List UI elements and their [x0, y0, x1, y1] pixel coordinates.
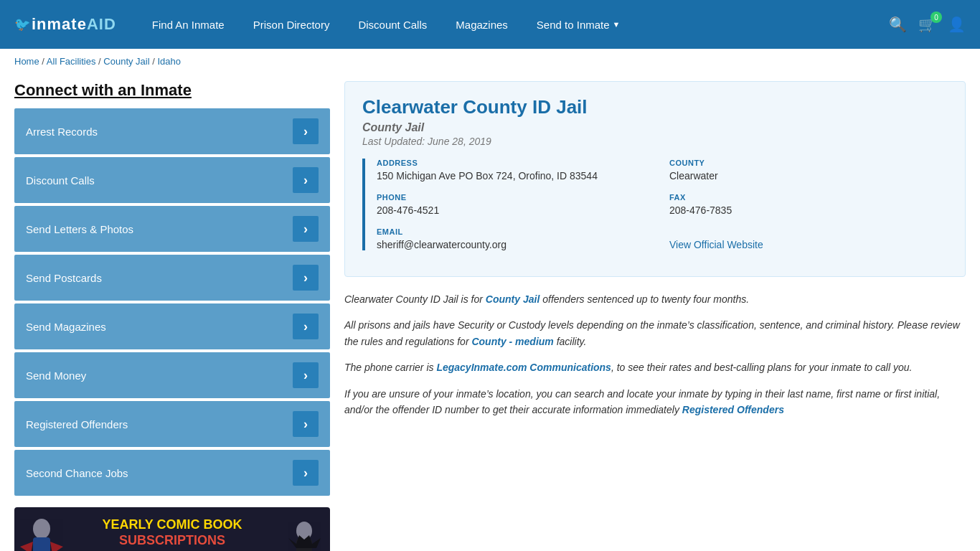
county-medium-link[interactable]: County - medium [471, 336, 553, 347]
sidebar-item-label: Send Postcards [26, 272, 102, 284]
main-nav: Find An Inmate Prison Directory Discount… [138, 0, 889, 49]
fax-block: FAX 208-476-7835 [669, 193, 948, 216]
ad-banner-content: YEARLY COMIC BOOK SUBSCRIPTIONS STARTING… [68, 510, 277, 551]
desc-para3: The phone carrier is LegacyInmate.com Co… [344, 359, 966, 375]
cart-badge: 0 [930, 11, 942, 23]
sidebar-item-discount-calls[interactable]: Discount Calls › [14, 157, 330, 203]
county-jail-link[interactable]: County Jail [486, 293, 540, 305]
svg-point-0 [33, 519, 50, 539]
sidebar-item-registered-offenders[interactable]: Registered Offenders › [14, 401, 330, 447]
sidebar-item-arrest-records[interactable]: Arrest Records › [14, 108, 330, 154]
cart-icon[interactable]: 🛒 0 [918, 16, 936, 33]
ad-title-line2: SUBSCRIPTIONS [75, 533, 270, 549]
breadcrumb: Home / All Facilities / County Jail / Id… [0, 49, 980, 74]
chevron-right-icon: › [293, 460, 319, 486]
view-official-website-link[interactable]: View Official Website [669, 239, 763, 250]
sidebar-item-send-postcards[interactable]: Send Postcards › [14, 255, 330, 301]
main-layout: Connect with an Inmate Arrest Records › … [0, 74, 980, 551]
phone-label: PHONE [377, 193, 655, 202]
content-area: Clearwater County ID Jail County Jail La… [344, 81, 966, 551]
svg-marker-4 [50, 542, 63, 551]
sidebar-item-send-magazines[interactable]: Send Magazines › [14, 303, 330, 349]
email-value: sheriff@clearwatercounty.org [377, 239, 655, 250]
chevron-right-icon: › [293, 265, 319, 291]
chevron-right-icon: › [293, 167, 319, 193]
sidebar-item-label: Second Chance Jobs [26, 467, 128, 479]
ad-title-line1: YEARLY COMIC BOOK [75, 517, 270, 533]
chevron-right-icon: › [293, 411, 319, 437]
email-block: EMAIL sheriff@clearwatercounty.org [377, 227, 655, 250]
sidebar-item-label: Discount Calls [26, 174, 95, 187]
facility-name: Clearwater County ID Jail [362, 96, 948, 118]
nav-magazines[interactable]: Magazines [441, 0, 522, 49]
facility-description: Clearwater County ID Jail is for County … [344, 291, 966, 418]
phone-value: 208-476-4521 [377, 204, 655, 216]
user-icon[interactable]: 👤 [948, 16, 966, 33]
chevron-right-icon: › [293, 362, 319, 388]
logo-icon: 🐦 [14, 17, 30, 32]
website-block: View Official Website [669, 227, 948, 250]
svg-marker-3 [20, 542, 33, 551]
search-icon[interactable]: 🔍 [889, 16, 907, 33]
address-block: ADDRESS 150 Michigan Ave PO Box 724, Oro… [377, 159, 655, 182]
desc-para4: If you are unsure of your inmate’s locat… [344, 386, 966, 418]
facility-type: County Jail [362, 121, 948, 134]
desc-para1: Clearwater County ID Jail is for County … [344, 291, 966, 307]
logo-text: inmateAID [32, 15, 116, 34]
sidebar-item-label: Send Letters & Photos [26, 223, 133, 235]
breadcrumb-idaho[interactable]: Idaho [157, 56, 181, 67]
sidebar-item-send-money[interactable]: Send Money › [14, 352, 330, 398]
sidebar-item-label: Send Magazines [26, 321, 106, 333]
ad-banner[interactable]: YEARLY COMIC BOOK SUBSCRIPTIONS STARTING… [14, 507, 330, 551]
breadcrumb-home[interactable]: Home [14, 56, 39, 67]
address-value: 150 Michigan Ave PO Box 724, Orofino, ID… [377, 170, 655, 182]
sidebar-item-second-chance-jobs[interactable]: Second Chance Jobs › [14, 450, 330, 496]
chevron-right-icon: › [293, 216, 319, 242]
dropdown-arrow-icon: ▼ [613, 20, 621, 29]
nav-find-inmate[interactable]: Find An Inmate [138, 0, 239, 49]
sidebar-menu: Arrest Records › Discount Calls › Send L… [14, 108, 330, 496]
county-label: COUNTY [669, 159, 948, 167]
breadcrumb-all-facilities[interactable]: All Facilities [47, 56, 96, 67]
legacy-inmate-link[interactable]: LegacyInmate.com Communications [436, 362, 611, 373]
header-icons: 🔍 🛒 0 👤 [889, 16, 966, 33]
nav-send-to-inmate[interactable]: Send to Inmate ▼ [522, 0, 635, 49]
sidebar-item-label: Send Money [26, 369, 86, 382]
chevron-right-icon: › [293, 314, 319, 339]
info-section: ADDRESS 150 Michigan Ave PO Box 724, Oro… [362, 159, 948, 250]
info-grid: ADDRESS 150 Michigan Ave PO Box 724, Oro… [377, 159, 948, 250]
sidebar-item-send-letters[interactable]: Send Letters & Photos › [14, 206, 330, 252]
sidebar: Connect with an Inmate Arrest Records › … [14, 81, 330, 551]
county-value: Clearwater [669, 170, 948, 182]
header: 🐦 inmateAID Find An Inmate Prison Direct… [0, 0, 980, 49]
sidebar-title: Connect with an Inmate [14, 81, 330, 100]
county-block: COUNTY Clearwater [669, 159, 948, 182]
logo[interactable]: 🐦 inmateAID [14, 15, 116, 34]
phone-block: PHONE 208-476-4521 [377, 193, 655, 216]
fax-label: FAX [669, 193, 948, 202]
sidebar-item-label: Arrest Records [26, 126, 98, 138]
desc-para2: All prisons and jails have Security or C… [344, 317, 966, 349]
facility-card: Clearwater County ID Jail County Jail La… [344, 81, 966, 277]
registered-offenders-link[interactable]: Registered Offenders [682, 404, 784, 415]
nav-prison-directory[interactable]: Prison Directory [239, 0, 344, 49]
sidebar-item-label: Registered Offenders [26, 418, 128, 430]
address-label: ADDRESS [377, 159, 655, 167]
email-label: EMAIL [377, 227, 655, 236]
fax-value: 208-476-7835 [669, 204, 948, 216]
facility-last-updated: Last Updated: June 28, 2019 [362, 136, 948, 147]
breadcrumb-county-jail[interactable]: County Jail [103, 56, 149, 67]
nav-discount-calls[interactable]: Discount Calls [344, 0, 441, 49]
svg-rect-1 [33, 537, 50, 551]
chevron-right-icon: › [293, 118, 319, 144]
